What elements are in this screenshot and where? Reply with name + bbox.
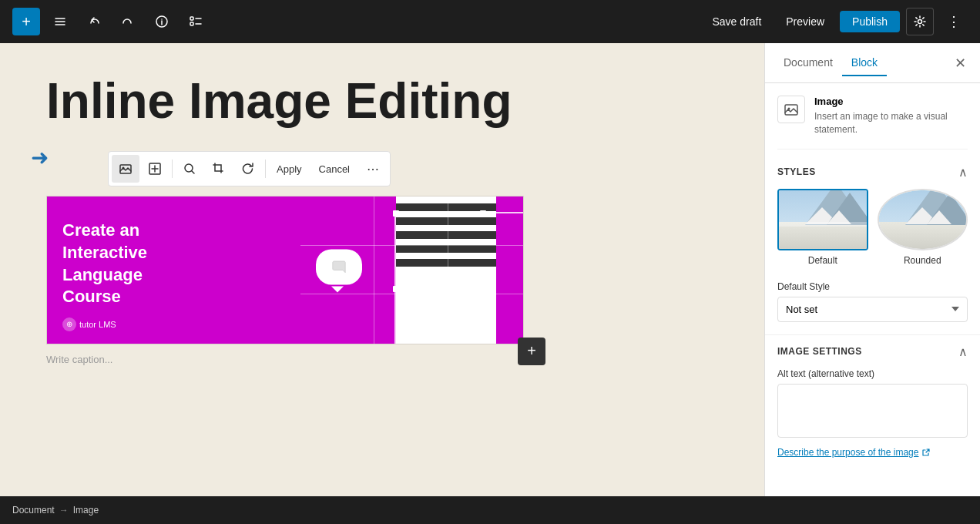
replace-image-button[interactable] [112,155,139,183]
image-text-left: Create an Interactive Language Course ⊕ … [47,196,300,343]
styles-title: Styles [777,166,816,177]
toolbar-left: + [12,8,210,35]
style-option-default[interactable]: Default [777,189,868,266]
svg-point-5 [123,167,125,170]
default-style-select[interactable]: Not set Default Rounded [777,297,968,322]
block-title: Image [814,96,968,107]
block-description: Image Insert an image to make a visual s… [814,96,968,136]
page-title: Inline Image Editing [46,74,718,128]
breadcrumb-separator: → [59,505,69,516]
preview-button[interactable]: Preview [777,11,834,32]
image-caption[interactable]: Write caption... [46,351,524,368]
toolbar-context: ➜ [46,151,718,186]
styles-toggle[interactable]: ∧ [958,165,968,180]
align-button[interactable] [141,155,169,183]
save-draft-button[interactable]: Save draft [703,11,770,32]
style-options: Default Rounded [777,189,968,266]
svg-rect-2 [190,22,193,25]
style-label-default: Default [777,255,868,266]
info-button[interactable] [148,8,176,35]
main-area: Inline Image Editing ➜ [0,43,980,496]
mountain-image-default [779,190,867,249]
list-view-button[interactable] [182,8,210,35]
toolbar-divider-1 [172,160,173,178]
blue-arrow-icon: ➜ [31,145,49,170]
breadcrumb-bar: Document → Image [0,496,980,524]
crop-button[interactable] [205,155,233,183]
publish-button[interactable]: Publish [840,11,900,32]
undo-button[interactable] [80,8,108,35]
course-text: Create an Interactive Language Course [62,220,285,307]
default-style-group: Default Style Not set Default Rounded [777,281,968,322]
alt-text-label: Alt text (alternative text) [777,368,968,379]
search-button[interactable] [176,155,203,183]
block-info: Image Insert an image to make a visual s… [777,96,968,149]
image-content: Create an Interactive Language Course ⊕ … [47,196,523,343]
styles-section-header: Styles ∧ [777,165,968,180]
svg-rect-8 [785,105,797,115]
image-settings-toggle[interactable]: ∧ [958,344,968,359]
rotate-button[interactable] [234,155,262,183]
crop-handle-tl[interactable] [393,210,399,217]
panel-divider [765,334,980,335]
crop-handle-tm[interactable] [480,210,486,217]
alt-text-input[interactable] [777,384,968,438]
svg-point-9 [788,108,790,110]
image-settings-section: Image settings ∧ Alt text (alternative t… [777,344,968,458]
right-panel: Document Block ✕ Image Insert an image t… [764,43,980,496]
image-wrapper[interactable]: Create an Interactive Language Course ⊕ … [46,196,524,344]
breadcrumb-document[interactable]: Document [12,505,55,516]
svg-rect-1 [190,17,193,20]
tools-button[interactable] [46,8,74,35]
breadcrumb-image[interactable]: Image [73,505,99,516]
panel-close-button[interactable]: ✕ [949,52,971,74]
panel-content: Image Insert an image to make a visual s… [765,83,980,471]
toolbar-right: Save draft Preview Publish ⋮ [703,8,968,35]
cancel-button[interactable]: Cancel [311,160,357,178]
more-options-button[interactable]: ⋮ [940,8,968,35]
tutor-logo-icon: ⊕ [62,317,76,331]
svg-point-3 [918,20,922,24]
settings-button[interactable] [906,8,934,35]
tab-document[interactable]: Document [774,50,842,76]
default-style-label: Default Style [777,281,968,292]
style-label-rounded: Rounded [878,255,968,266]
crop-overlay[interactable] [394,212,524,343]
tab-block[interactable]: Block [842,50,887,76]
image-settings-header: Image settings ∧ [777,344,968,359]
block-icon [777,96,805,123]
mountain-image-rounded [879,190,967,249]
image-right-side [300,196,523,343]
tutor-logo: ⊕ tutor LMS [62,317,116,331]
image-toolbar: Apply Cancel ⋯ [108,151,391,186]
toolbar-divider-2 [265,160,266,178]
add-block-button[interactable]: + [12,8,40,35]
block-description-text: Insert an image to make a visual stateme… [814,110,968,136]
apply-button[interactable]: Apply [269,160,310,178]
image-settings-title: Image settings [777,346,862,357]
more-image-options-button[interactable]: ⋯ [359,155,387,183]
image-block: Create an Interactive Language Course ⊕ … [46,196,524,368]
speech-bubble [316,249,362,284]
alt-text-link[interactable]: Describe the purpose of the image [777,447,931,458]
crop-handle-ml[interactable] [393,286,399,292]
style-thumbnail-rounded[interactable] [878,189,968,250]
redo-button[interactable] [114,8,142,35]
editor-area: Inline Image Editing ➜ [0,43,764,496]
style-option-rounded[interactable]: Rounded [878,189,968,266]
top-bar: + [0,0,980,43]
panel-header: Document Block ✕ [765,43,980,83]
style-thumbnail-default[interactable] [777,189,868,250]
